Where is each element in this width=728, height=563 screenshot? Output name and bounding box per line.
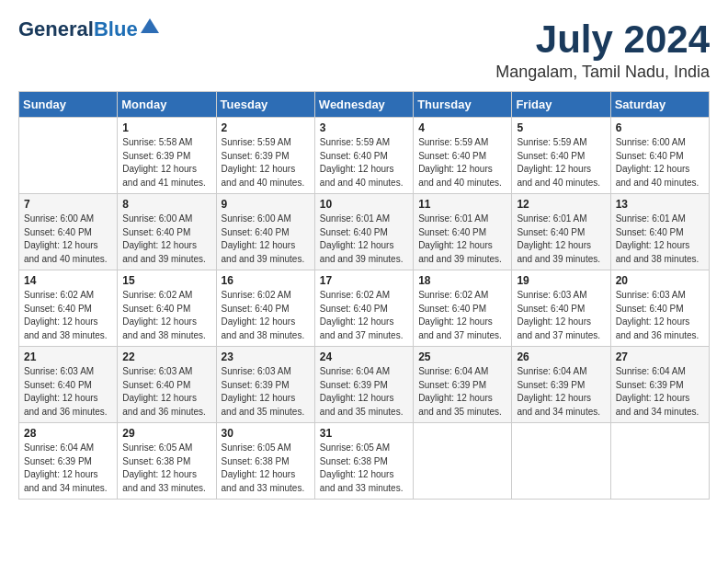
day-info: Sunrise: 6:03 AMSunset: 6:40 PMDaylight:… xyxy=(616,289,704,342)
day-info: Sunrise: 6:04 AMSunset: 6:39 PMDaylight:… xyxy=(320,365,408,419)
logo: GeneralBlue xyxy=(18,18,159,40)
day-number: 11 xyxy=(418,198,506,211)
header-cell-thursday: Thursday xyxy=(414,92,512,118)
day-cell: 22Sunrise: 6:03 AMSunset: 6:40 PMDayligh… xyxy=(118,347,216,423)
location-title: Mangalam, Tamil Nadu, India xyxy=(495,63,710,82)
day-info: Sunrise: 6:05 AMSunset: 6:38 PMDaylight:… xyxy=(122,442,210,495)
day-cell: 7Sunrise: 6:00 AMSunset: 6:40 PMDaylight… xyxy=(19,194,118,270)
day-cell: 11Sunrise: 6:01 AMSunset: 6:40 PMDayligh… xyxy=(414,194,512,270)
day-info: Sunrise: 6:04 AMSunset: 6:39 PMDaylight:… xyxy=(418,365,506,419)
day-cell: 9Sunrise: 6:00 AMSunset: 6:40 PMDaylight… xyxy=(216,194,314,270)
day-number: 1 xyxy=(122,121,210,134)
day-number: 31 xyxy=(320,427,408,440)
day-cell: 27Sunrise: 6:04 AMSunset: 6:39 PMDayligh… xyxy=(610,347,709,423)
day-info: Sunrise: 6:03 AMSunset: 6:40 PMDaylight:… xyxy=(517,289,605,342)
day-info: Sunrise: 6:02 AMSunset: 6:40 PMDaylight:… xyxy=(418,289,506,342)
day-number: 8 xyxy=(122,198,210,211)
day-cell: 18Sunrise: 6:02 AMSunset: 6:40 PMDayligh… xyxy=(414,270,512,347)
svg-marker-0 xyxy=(141,18,159,33)
day-info: Sunrise: 5:59 AMSunset: 6:39 PMDaylight:… xyxy=(222,136,310,190)
day-number: 22 xyxy=(122,350,210,363)
day-cell: 8Sunrise: 6:00 AMSunset: 6:40 PMDaylight… xyxy=(118,194,216,270)
day-info: Sunrise: 5:59 AMSunset: 6:40 PMDaylight:… xyxy=(517,136,605,190)
day-number: 14 xyxy=(24,274,112,287)
day-info: Sunrise: 6:02 AMSunset: 6:40 PMDaylight:… xyxy=(122,289,210,342)
day-cell xyxy=(414,423,512,500)
day-number: 19 xyxy=(517,274,605,287)
day-cell: 23Sunrise: 6:03 AMSunset: 6:39 PMDayligh… xyxy=(216,347,314,423)
day-number: 7 xyxy=(24,198,112,211)
day-number: 23 xyxy=(222,350,310,363)
day-info: Sunrise: 6:05 AMSunset: 6:38 PMDaylight:… xyxy=(222,442,310,495)
day-cell: 2Sunrise: 5:59 AMSunset: 6:39 PMDaylight… xyxy=(216,118,314,194)
week-row-4: 21Sunrise: 6:03 AMSunset: 6:40 PMDayligh… xyxy=(19,347,710,423)
title-block: July 2024 Mangalam, Tamil Nadu, India xyxy=(495,18,710,82)
day-info: Sunrise: 6:01 AMSunset: 6:40 PMDaylight:… xyxy=(517,213,605,266)
day-info: Sunrise: 5:58 AMSunset: 6:39 PMDaylight:… xyxy=(122,136,210,190)
day-info: Sunrise: 6:01 AMSunset: 6:40 PMDaylight:… xyxy=(320,213,408,266)
day-cell: 17Sunrise: 6:02 AMSunset: 6:40 PMDayligh… xyxy=(314,270,413,347)
day-cell: 10Sunrise: 6:01 AMSunset: 6:40 PMDayligh… xyxy=(314,194,413,270)
day-number: 2 xyxy=(222,121,310,134)
day-number: 5 xyxy=(517,121,605,134)
day-cell: 6Sunrise: 6:00 AMSunset: 6:40 PMDaylight… xyxy=(610,118,709,194)
day-info: Sunrise: 6:00 AMSunset: 6:40 PMDaylight:… xyxy=(616,136,704,190)
header-cell-wednesday: Wednesday xyxy=(314,92,413,118)
day-info: Sunrise: 5:59 AMSunset: 6:40 PMDaylight:… xyxy=(418,136,506,190)
day-cell xyxy=(610,423,709,500)
day-cell: 28Sunrise: 6:04 AMSunset: 6:39 PMDayligh… xyxy=(19,423,118,500)
day-number: 28 xyxy=(24,427,112,440)
header-cell-monday: Monday xyxy=(118,92,216,118)
day-number: 27 xyxy=(616,350,704,363)
day-number: 30 xyxy=(222,427,310,440)
day-number: 10 xyxy=(320,198,408,211)
day-cell: 3Sunrise: 5:59 AMSunset: 6:40 PMDaylight… xyxy=(314,118,413,194)
day-number: 12 xyxy=(517,198,605,211)
day-info: Sunrise: 6:02 AMSunset: 6:40 PMDaylight:… xyxy=(24,289,112,342)
day-cell xyxy=(19,118,118,194)
logo-icon xyxy=(141,18,159,33)
day-cell: 19Sunrise: 6:03 AMSunset: 6:40 PMDayligh… xyxy=(512,270,610,347)
day-number: 13 xyxy=(616,198,704,211)
day-info: Sunrise: 6:00 AMSunset: 6:40 PMDaylight:… xyxy=(222,213,310,266)
header-cell-tuesday: Tuesday xyxy=(216,92,314,118)
calendar-table: SundayMondayTuesdayWednesdayThursdayFrid… xyxy=(18,91,710,500)
week-row-5: 28Sunrise: 6:04 AMSunset: 6:39 PMDayligh… xyxy=(19,423,710,500)
day-cell: 4Sunrise: 5:59 AMSunset: 6:40 PMDaylight… xyxy=(414,118,512,194)
day-info: Sunrise: 6:04 AMSunset: 6:39 PMDaylight:… xyxy=(517,365,605,419)
header-cell-friday: Friday xyxy=(512,92,610,118)
day-cell: 29Sunrise: 6:05 AMSunset: 6:38 PMDayligh… xyxy=(118,423,216,500)
day-cell: 20Sunrise: 6:03 AMSunset: 6:40 PMDayligh… xyxy=(610,270,709,347)
header-cell-saturday: Saturday xyxy=(610,92,709,118)
day-info: Sunrise: 5:59 AMSunset: 6:40 PMDaylight:… xyxy=(320,136,408,190)
day-info: Sunrise: 6:01 AMSunset: 6:40 PMDaylight:… xyxy=(616,213,704,266)
day-number: 24 xyxy=(320,350,408,363)
week-row-2: 7Sunrise: 6:00 AMSunset: 6:40 PMDaylight… xyxy=(19,194,710,270)
day-info: Sunrise: 6:00 AMSunset: 6:40 PMDaylight:… xyxy=(24,213,112,266)
day-info: Sunrise: 6:03 AMSunset: 6:40 PMDaylight:… xyxy=(122,365,210,419)
day-info: Sunrise: 6:02 AMSunset: 6:40 PMDaylight:… xyxy=(320,289,408,342)
day-number: 25 xyxy=(418,350,506,363)
day-info: Sunrise: 6:04 AMSunset: 6:39 PMDaylight:… xyxy=(616,365,704,419)
day-cell: 13Sunrise: 6:01 AMSunset: 6:40 PMDayligh… xyxy=(610,194,709,270)
day-info: Sunrise: 6:01 AMSunset: 6:40 PMDaylight:… xyxy=(418,213,506,266)
day-info: Sunrise: 6:03 AMSunset: 6:40 PMDaylight:… xyxy=(24,365,112,419)
day-info: Sunrise: 6:02 AMSunset: 6:40 PMDaylight:… xyxy=(222,289,310,342)
day-number: 16 xyxy=(222,274,310,287)
day-number: 20 xyxy=(616,274,704,287)
header-cell-sunday: Sunday xyxy=(19,92,118,118)
day-cell: 25Sunrise: 6:04 AMSunset: 6:39 PMDayligh… xyxy=(414,347,512,423)
day-cell: 15Sunrise: 6:02 AMSunset: 6:40 PMDayligh… xyxy=(118,270,216,347)
day-number: 29 xyxy=(122,427,210,440)
day-cell: 30Sunrise: 6:05 AMSunset: 6:38 PMDayligh… xyxy=(216,423,314,500)
day-number: 6 xyxy=(616,121,704,134)
day-info: Sunrise: 6:05 AMSunset: 6:38 PMDaylight:… xyxy=(320,442,408,495)
day-cell: 24Sunrise: 6:04 AMSunset: 6:39 PMDayligh… xyxy=(314,347,413,423)
day-cell: 16Sunrise: 6:02 AMSunset: 6:40 PMDayligh… xyxy=(216,270,314,347)
day-number: 15 xyxy=(122,274,210,287)
day-number: 9 xyxy=(222,198,310,211)
week-row-1: 1Sunrise: 5:58 AMSunset: 6:39 PMDaylight… xyxy=(19,118,710,194)
header-row: SundayMondayTuesdayWednesdayThursdayFrid… xyxy=(19,92,710,118)
month-title: July 2024 xyxy=(495,18,710,61)
page-header: GeneralBlue July 2024 Mangalam, Tamil Na… xyxy=(18,18,710,82)
